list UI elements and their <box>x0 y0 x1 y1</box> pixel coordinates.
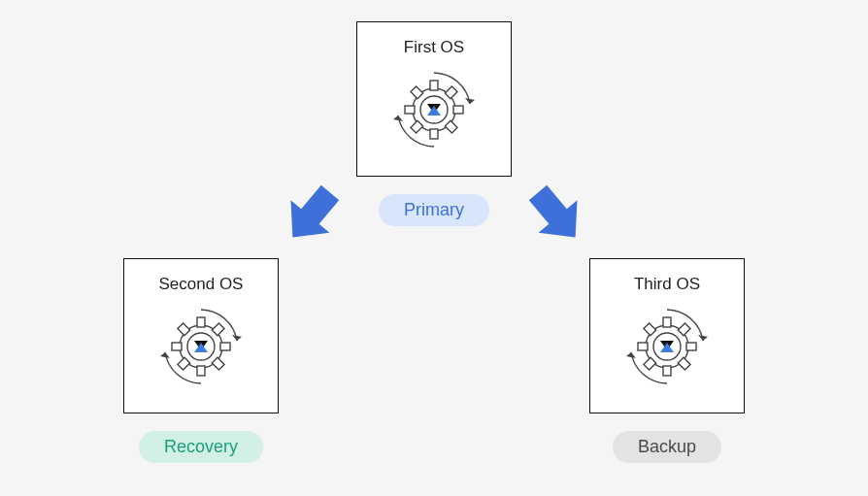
svg-rect-23 <box>178 323 190 336</box>
svg-rect-31 <box>663 317 671 327</box>
svg-rect-5 <box>405 106 415 114</box>
gear-icon <box>154 300 248 397</box>
svg-marker-15 <box>160 352 170 358</box>
svg-marker-43 <box>518 177 594 252</box>
gear-icon <box>620 300 714 397</box>
svg-rect-38 <box>678 357 690 370</box>
node-second-os: Second OS <box>123 258 279 463</box>
svg-marker-29 <box>626 352 636 358</box>
badge-backup: Backup <box>613 431 721 463</box>
svg-rect-20 <box>220 343 230 350</box>
svg-rect-33 <box>638 343 648 350</box>
title-second-os: Second OS <box>124 275 278 294</box>
svg-rect-22 <box>178 357 190 370</box>
svg-rect-4 <box>430 129 438 139</box>
arrow-left-icon <box>274 175 351 252</box>
svg-rect-19 <box>172 343 182 350</box>
card-third-os: Third OS <box>589 258 745 413</box>
svg-rect-24 <box>212 357 224 370</box>
svg-rect-35 <box>678 323 690 336</box>
svg-marker-1 <box>393 116 403 121</box>
svg-rect-21 <box>212 323 224 336</box>
svg-rect-8 <box>411 120 423 133</box>
svg-rect-7 <box>445 86 457 99</box>
svg-rect-37 <box>644 323 656 336</box>
svg-rect-34 <box>686 343 696 350</box>
title-first-os: First OS <box>357 38 511 57</box>
svg-marker-42 <box>274 177 350 252</box>
svg-rect-6 <box>453 106 463 114</box>
badge-recovery: Recovery <box>139 431 263 463</box>
svg-marker-28 <box>698 335 708 341</box>
svg-rect-3 <box>430 81 438 90</box>
svg-marker-0 <box>465 98 475 104</box>
svg-rect-18 <box>197 366 205 376</box>
svg-marker-14 <box>232 335 242 341</box>
svg-rect-9 <box>411 86 423 99</box>
svg-rect-32 <box>663 366 671 376</box>
card-second-os: Second OS <box>123 258 279 413</box>
arrow-right-icon <box>517 175 594 252</box>
title-third-os: Third OS <box>590 275 744 294</box>
svg-rect-10 <box>445 120 457 133</box>
node-third-os: Third OS <box>589 258 745 463</box>
svg-rect-17 <box>197 317 205 327</box>
svg-rect-36 <box>644 357 656 370</box>
card-first-os: First OS <box>356 21 512 177</box>
badge-primary: Primary <box>379 194 489 226</box>
node-first-os: First OS <box>356 21 512 226</box>
gear-icon <box>387 63 481 160</box>
